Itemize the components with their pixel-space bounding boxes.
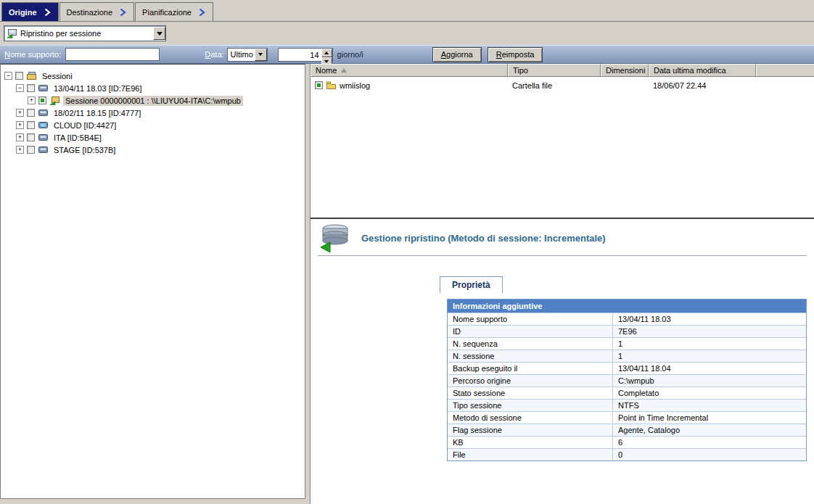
tree-item: +ITA [ID:5B4E] — [1, 131, 305, 144]
tape-icon — [38, 145, 49, 154]
info-row: ID7E96 — [448, 325, 806, 337]
tab-pianificazione[interactable]: Pianificazione — [135, 2, 213, 21]
chevron-right-icon — [197, 8, 206, 17]
details-title: Gestione ripristino (Metodo di sessione:… — [361, 233, 606, 244]
tree-item: +Sessione 0000000001 : \\LIUYU04-ITA\C:\… — [1, 94, 305, 107]
info-value: 6 — [613, 437, 806, 448]
info-label: ID — [448, 326, 613, 337]
info-value: 13/04/11 18.04 — [613, 363, 806, 374]
info-row: File0 — [448, 448, 806, 460]
info-value: C:\wmpub — [613, 375, 806, 387]
file-checkbox[interactable] — [315, 81, 323, 89]
info-value: Agente, Catalogo — [613, 424, 806, 436]
expand-toggle[interactable]: + — [28, 96, 36, 104]
days-unit-label: giorno/i — [337, 50, 363, 59]
info-row: KB6 — [448, 436, 806, 448]
tab-bar: OrigineDestinazionePianificazione — [0, 0, 814, 22]
disk-restore-icon — [318, 223, 351, 252]
date-mode-select[interactable]: Ultimo — [227, 48, 268, 62]
info-label: Backup eseguito il — [448, 363, 613, 374]
date-select-dropdown-button[interactable] — [255, 49, 267, 61]
tree-item-label[interactable]: STAGE [ID:537B] — [52, 145, 118, 155]
days-spinner[interactable]: 14 — [278, 48, 333, 62]
info-row: Tipo sessioneNTFS — [448, 399, 806, 411]
tree-checkbox[interactable] — [27, 133, 35, 141]
tree-checkbox[interactable] — [27, 146, 35, 154]
date-mode-value: Ultimo — [231, 50, 253, 59]
expand-toggle[interactable]: + — [16, 133, 24, 141]
details-panel: Gestione ripristino (Metodo di sessione:… — [311, 219, 814, 504]
info-row: Stato sessioneCompletato — [448, 387, 806, 399]
combobox-dropdown-button[interactable] — [153, 27, 165, 40]
column-header-label: Data ultima modifica — [654, 66, 726, 75]
info-label: Tipo sessione — [448, 400, 613, 411]
info-table: Informazioni aggiuntive Nome supporto13/… — [447, 299, 807, 461]
details-header: Gestione ripristino (Metodo di sessione:… — [318, 223, 807, 252]
expand-toggle[interactable]: + — [16, 109, 24, 117]
tree-item: +18/02/11 18.15 [ID:4777] — [1, 107, 305, 119]
column-header-label: Nome — [316, 66, 337, 75]
tree-item: +STAGE [ID:537B] — [1, 144, 305, 156]
restore-icon — [7, 28, 17, 38]
tab-properties[interactable]: Proprietà — [440, 276, 503, 293]
column-header-filler — [756, 64, 814, 77]
tree-item-label[interactable]: Sessioni — [40, 71, 75, 81]
tree-item-label[interactable]: 13/04/11 18.03 [ID:7E96] — [52, 83, 144, 94]
column-header-data[interactable]: Data ultima modifica — [649, 64, 756, 77]
right-panel: NomeTipoDimensioniData ultima modifica w… — [310, 64, 814, 504]
info-label: Nome supporto — [448, 313, 613, 325]
date-label: Data: — [205, 50, 223, 59]
update-button[interactable]: Aggiorna — [432, 47, 482, 62]
reset-button[interactable]: Reimposta — [488, 47, 543, 62]
tree-checkbox[interactable] — [27, 84, 35, 92]
column-header-tipo[interactable]: Tipo — [508, 64, 601, 77]
chevron-down-icon — [258, 53, 263, 58]
tree-item-label[interactable]: CLOUD [ID:4427] — [52, 120, 118, 131]
info-value: 0 — [613, 449, 806, 460]
collapse-toggle[interactable]: − — [4, 72, 12, 80]
tree-checkbox[interactable] — [38, 96, 46, 104]
info-row: Nome supporto13/04/11 18.03 — [448, 313, 806, 325]
chevron-up-icon — [324, 49, 329, 54]
expand-toggle[interactable]: + — [16, 121, 24, 129]
column-header-nome[interactable]: Nome — [311, 64, 508, 77]
collapse-toggle[interactable]: − — [16, 84, 24, 92]
tree-checkbox[interactable] — [15, 72, 23, 80]
spinner-up-button[interactable] — [321, 49, 332, 57]
tab-destinazione[interactable]: Destinazione — [59, 2, 135, 21]
tab-label: Pianificazione — [142, 8, 192, 17]
info-value: Completato — [613, 387, 806, 399]
restore-type-combobox[interactable]: Ripristino per sessione — [4, 25, 166, 41]
tree-item-label[interactable]: 18/02/11 18.15 [ID:4777] — [52, 108, 143, 118]
chevron-down-icon — [157, 32, 163, 38]
divider — [318, 255, 807, 256]
tape-icon — [38, 108, 49, 117]
tape-icon — [38, 133, 49, 142]
sessions-icon — [26, 71, 37, 80]
sort-asc-icon — [341, 68, 347, 73]
main-area: −Sessioni−13/04/11 18.03 [ID:7E96]+Sessi… — [0, 64, 814, 504]
tab-origine[interactable]: Origine — [1, 2, 59, 21]
tree-item: −13/04/11 18.03 [ID:7E96] — [1, 82, 305, 94]
media-name-input[interactable] — [65, 48, 160, 61]
tree-item: −Sessioni — [1, 70, 305, 82]
info-row: N. sessione1 — [448, 350, 806, 362]
info-label: Flag sessione — [448, 424, 613, 436]
info-value: NTFS — [613, 400, 806, 411]
file-list: NomeTipoDimensioniData ultima modifica w… — [311, 64, 814, 219]
file-row[interactable]: wmiislogCartella file18/06/07 22.44 — [311, 79, 814, 91]
column-header-dimensioni[interactable]: Dimensioni — [601, 64, 649, 77]
info-label: Stato sessione — [448, 387, 613, 399]
filter-toolbar: Nome supporto: Data: Ultimo 14 giorno/i … — [0, 45, 814, 64]
info-row: Percorso origineC:\wmpub — [448, 374, 806, 387]
folder-icon — [326, 80, 337, 90]
tree-checkbox[interactable] — [27, 121, 35, 129]
chevron-right-icon — [43, 8, 52, 17]
info-table-title: Informazioni aggiuntive — [448, 299, 806, 313]
tree-item: +CLOUD [ID:4427] — [1, 119, 305, 131]
expand-toggle[interactable]: + — [16, 146, 24, 154]
tree-item-label[interactable]: Sessione 0000000001 : \\LIUYU04-ITA\C:\w… — [63, 96, 243, 106]
tree-checkbox[interactable] — [27, 109, 35, 117]
session-tree: −Sessioni−13/04/11 18.03 [ID:7E96]+Sessi… — [0, 64, 305, 499]
tree-item-label[interactable]: ITA [ID:5B4E] — [52, 133, 104, 143]
